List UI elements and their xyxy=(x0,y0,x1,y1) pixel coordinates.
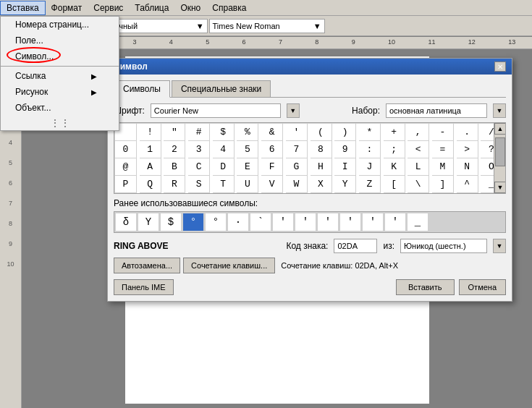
autocorrect-btn[interactable]: Автозамена... xyxy=(114,258,180,273)
recently-cell[interactable]: · xyxy=(227,213,249,231)
menu-item-picture[interactable]: Рисунок ▶ xyxy=(1,84,119,100)
cancel-btn[interactable]: Отмена xyxy=(459,279,506,295)
symbol-cell[interactable]: [ xyxy=(384,176,405,193)
recently-cell[interactable]: ' xyxy=(339,213,361,231)
symbol-cell[interactable]: \ xyxy=(408,176,429,193)
symbol-cell[interactable]: I xyxy=(334,158,356,176)
symbol-cell[interactable]: ( xyxy=(311,124,332,141)
recently-cell[interactable]: ° xyxy=(182,213,204,231)
menu-item-page-numbers[interactable]: Номера страниц... xyxy=(1,17,119,33)
dialog-close-button[interactable]: ✕ xyxy=(494,61,506,72)
menu-insert[interactable]: Вставка xyxy=(0,1,46,15)
subset-input[interactable] xyxy=(386,103,487,118)
font-input[interactable] xyxy=(151,103,281,118)
symbol-cell[interactable]: N xyxy=(457,158,478,176)
symbol-cell[interactable]: M xyxy=(432,158,454,176)
symbol-cell[interactable]: V xyxy=(261,176,283,193)
symbol-cell[interactable]: 6 xyxy=(261,141,283,158)
symbol-cell[interactable]: 8 xyxy=(311,141,332,158)
symbol-cell[interactable]: & xyxy=(261,124,283,141)
menu-format[interactable]: Формат xyxy=(46,1,88,14)
from-input[interactable] xyxy=(400,239,487,253)
symbol-cell[interactable]: * xyxy=(359,124,381,141)
symbol-cell[interactable]: @ xyxy=(115,158,137,176)
symbol-cell[interactable]: " xyxy=(164,124,185,141)
symbol-cell[interactable]: Y xyxy=(334,176,356,193)
symbol-cell[interactable]: X xyxy=(311,176,332,193)
symbol-cell[interactable]: 5 xyxy=(237,141,258,158)
symbol-cell[interactable]: ] xyxy=(432,176,454,193)
symbol-cell[interactable]: U xyxy=(237,176,258,193)
font-name-box[interactable]: Times New Roman ▼ xyxy=(209,19,325,33)
symbol-cell[interactable]: > xyxy=(457,141,478,158)
symbol-cell[interactable]: E xyxy=(237,158,258,176)
recently-cell[interactable]: _ xyxy=(407,213,428,231)
symbol-cell[interactable]: G xyxy=(286,158,308,176)
symbol-cell[interactable]: 7 xyxy=(286,141,308,158)
symbol-cell[interactable]: $ xyxy=(213,124,235,141)
recently-cell[interactable]: ' xyxy=(295,213,316,231)
shortcut-key-btn[interactable]: Сочетание клавиш... xyxy=(183,258,275,273)
tab-symbols[interactable]: Символы xyxy=(114,80,170,98)
symbol-cell[interactable]: ) xyxy=(334,124,356,141)
symbol-cell[interactable]: Z xyxy=(359,176,381,193)
recently-cell[interactable]: $ xyxy=(160,213,182,231)
symbol-cell[interactable]: D xyxy=(213,158,235,176)
symbol-cell[interactable]: ' xyxy=(286,124,308,141)
menu-item-symbol[interactable]: Символ... xyxy=(1,48,119,64)
symbol-cell[interactable]: 1 xyxy=(140,141,161,158)
symbol-cell[interactable]: B xyxy=(164,158,185,176)
recently-cell[interactable]: δ xyxy=(115,213,137,231)
grid-scroll-thumb[interactable] xyxy=(495,137,505,166)
symbol-cell[interactable]: % xyxy=(237,124,258,141)
recently-cell[interactable]: ' xyxy=(317,213,339,231)
insert-btn[interactable]: Вставить xyxy=(396,279,455,295)
recently-cell[interactable]: ' xyxy=(362,213,384,231)
menu-help[interactable]: Справка xyxy=(206,1,252,14)
symbol-cell[interactable]: A xyxy=(140,158,161,176)
symbol-cell[interactable]: , xyxy=(408,124,429,141)
panel-ime-btn[interactable]: Панель IME xyxy=(114,279,174,295)
symbol-cell[interactable]: T xyxy=(213,176,235,193)
grid-scroll-down[interactable]: ▼ xyxy=(494,182,506,193)
recently-cell[interactable]: ° xyxy=(205,213,227,231)
menu-table[interactable]: Таблица xyxy=(129,1,174,14)
symbol-cell[interactable]: ! xyxy=(140,124,161,141)
symbol-cell[interactable]: # xyxy=(188,124,210,141)
symbol-cell[interactable]: . xyxy=(457,124,478,141)
grid-scroll-up[interactable]: ▲ xyxy=(494,123,506,135)
symbol-cell[interactable]: R xyxy=(164,176,185,193)
symbol-cell[interactable]: K xyxy=(384,158,405,176)
symbol-cell[interactable]: F xyxy=(261,158,283,176)
symbol-cell[interactable]: L xyxy=(408,158,429,176)
symbol-cell[interactable]: ^ xyxy=(457,176,478,193)
recently-cell[interactable]: ' xyxy=(272,213,294,231)
symbol-cell[interactable]: P xyxy=(115,176,137,193)
from-dropdown-btn[interactable]: ▼ xyxy=(493,239,506,253)
code-input[interactable] xyxy=(334,239,377,253)
symbol-cell[interactable]: 0 xyxy=(115,141,137,158)
symbol-cell[interactable]: J xyxy=(359,158,381,176)
menu-item-object[interactable]: Объект... xyxy=(1,100,119,116)
recently-cell[interactable]: ' xyxy=(384,213,406,231)
symbol-cell[interactable]: + xyxy=(384,124,405,141)
recently-cell[interactable]: ` xyxy=(250,213,271,231)
symbol-cell[interactable]: H xyxy=(311,158,332,176)
symbol-cell[interactable]: < xyxy=(408,141,429,158)
symbol-cell[interactable]: 9 xyxy=(334,141,356,158)
symbol-cell[interactable]: ; xyxy=(384,141,405,158)
symbol-cell[interactable]: 3 xyxy=(188,141,210,158)
tab-special-chars[interactable]: Специальные знаки xyxy=(172,80,271,97)
menu-service[interactable]: Сервис xyxy=(88,1,129,14)
symbol-cell[interactable]: - xyxy=(432,124,454,141)
symbol-cell[interactable]: 4 xyxy=(213,141,235,158)
menu-item-field[interactable]: Поле... xyxy=(1,33,119,48)
symbol-cell[interactable]: S xyxy=(188,176,210,193)
menu-window[interactable]: Окно xyxy=(174,1,206,14)
symbol-cell[interactable]: C xyxy=(188,158,210,176)
symbol-cell[interactable]: = xyxy=(432,141,454,158)
symbol-cell[interactable]: W xyxy=(286,176,308,193)
subset-dropdown-btn[interactable]: ▼ xyxy=(493,103,506,118)
font-dropdown-btn[interactable]: ▼ xyxy=(287,103,300,118)
symbol-cell[interactable]: 2 xyxy=(164,141,185,158)
